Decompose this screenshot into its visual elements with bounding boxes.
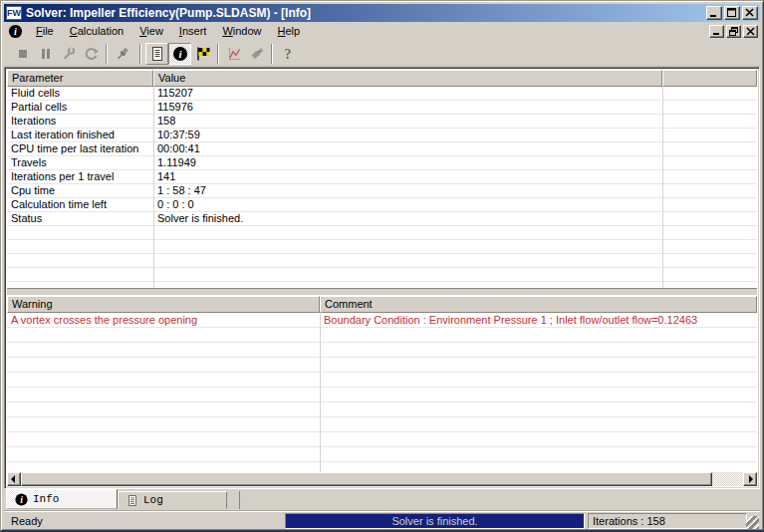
table-row: Last iteration finished 10:37:59 [7, 129, 757, 142]
param-name: Travels [7, 156, 153, 170]
menu-file[interactable]: File [28, 23, 62, 40]
menu-calculation[interactable]: Calculation [62, 23, 131, 40]
refresh-icon [84, 46, 100, 62]
tab-label: Info [33, 493, 59, 505]
warning-text: A vortex crosses the pressure opening [7, 313, 320, 328]
goal-plot-button[interactable] [222, 43, 245, 65]
param-value: 10:37:59 [153, 129, 662, 142]
info-icon[interactable]: i [8, 24, 23, 39]
maximize-button[interactable] [724, 6, 740, 20]
info-icon: i [15, 493, 28, 506]
preview-button[interactable] [245, 43, 268, 65]
window-title: Solver: Impeller Efficiency(Pump.SLDASM)… [26, 6, 311, 20]
param-name: Iterations [7, 115, 153, 129]
minimize-icon [712, 27, 721, 36]
child-close-button[interactable] [743, 25, 758, 38]
minimize-button[interactable] [706, 6, 722, 20]
warnings-table-body: A vortex crosses the pressure opening Bo… [7, 313, 757, 472]
param-name: Status [7, 212, 153, 226]
table-row: Iterations 158 [7, 115, 757, 129]
table-row: A vortex crosses the pressure opening Bo… [7, 313, 757, 328]
refresh-button[interactable] [80, 43, 103, 65]
menu-help[interactable]: Help [270, 23, 309, 40]
parameters-table: Parameter Value Fluid cells 115207 Parti… [7, 70, 757, 288]
param-value: 115976 [153, 101, 662, 115]
param-value: 1.11949 [153, 156, 662, 170]
help-button[interactable]: ? [276, 43, 299, 65]
arrow-left-icon [11, 475, 15, 483]
column-header-value[interactable]: Value [153, 70, 662, 87]
menu-insert[interactable]: Insert [171, 23, 215, 40]
pushpin-icon [115, 46, 130, 62]
param-name: Fluid cells [7, 87, 153, 101]
minimize-icon [709, 8, 719, 18]
title-bar: FW Solver: Impeller Efficiency(Pump.SLDA… [4, 4, 760, 22]
scrollbar-thumb[interactable] [21, 472, 712, 486]
scroll-right-button[interactable] [743, 472, 757, 486]
scroll-left-button[interactable] [7, 472, 21, 486]
pin-button[interactable] [111, 43, 133, 65]
pause-button[interactable] [34, 43, 57, 65]
warning-comment: Boundary Condition : Environment Pressur… [320, 313, 757, 328]
param-name: Calculation time left [7, 198, 153, 212]
param-name: CPU time per last iteration [7, 142, 153, 156]
toolbar-separator [271, 44, 273, 64]
solver-progress-bar: Solver is finished. [285, 513, 585, 529]
takeover-button[interactable] [57, 43, 80, 65]
column-header-warning[interactable]: Warning [7, 296, 320, 313]
goals-button[interactable] [191, 43, 214, 65]
column-divider [662, 87, 663, 288]
stop-button[interactable] [11, 43, 34, 65]
plug-icon [249, 46, 265, 62]
menu-bar: i File Calculation View Insert Window He… [4, 22, 760, 41]
info-view-button[interactable]: i [168, 43, 191, 65]
toolbar-separator [106, 44, 108, 64]
param-value: 115207 [153, 87, 662, 101]
column-divider [153, 87, 154, 288]
param-value: 158 [153, 115, 662, 129]
tab-label: Log [143, 494, 163, 506]
tabstrip-divider [239, 491, 240, 509]
wrench-icon [61, 46, 77, 62]
param-value: 1 : 58 : 47 [153, 184, 662, 198]
param-value: 00:00:41 [153, 142, 662, 156]
table-row: CPU time per last iteration 00:00:41 [7, 142, 757, 156]
info-icon: i [172, 46, 188, 62]
column-divider [320, 313, 321, 472]
scrollbar-track[interactable] [712, 472, 743, 486]
horizontal-scrollbar[interactable] [7, 472, 757, 486]
menu-window[interactable]: Window [214, 23, 269, 40]
table-row: Cpu time 1 : 58 : 47 [7, 184, 757, 198]
toolbar-separator [139, 44, 141, 64]
solver-window: FW Solver: Impeller Efficiency(Pump.SLDA… [0, 0, 764, 532]
checkered-flag-icon [195, 46, 211, 62]
table-row: Status Solver is finished. [7, 212, 757, 226]
table-row: Partial cells 115976 [7, 101, 757, 115]
status-ready-text: Ready [11, 515, 43, 527]
parameters-table-body: Fluid cells 115207 Partial cells 115976 … [7, 87, 757, 288]
close-icon [746, 27, 755, 36]
param-value: Solver is finished. [153, 212, 662, 226]
maximize-icon [727, 8, 737, 18]
column-header-parameter[interactable]: Parameter [7, 70, 153, 87]
close-button[interactable] [742, 6, 758, 20]
warnings-table: Warning Comment A vortex crosses the pre… [7, 296, 757, 472]
tab-log[interactable]: Log [118, 491, 227, 509]
chart-icon [226, 46, 242, 62]
log-list-button[interactable] [145, 43, 168, 65]
menu-view[interactable]: View [131, 23, 171, 40]
column-header-comment[interactable]: Comment [320, 296, 757, 313]
svg-text:i: i [20, 494, 23, 505]
table-row: Calculation time left 0 : 0 : 0 [7, 198, 757, 212]
child-minimize-button[interactable] [709, 25, 724, 38]
param-name: Last iteration finished [7, 129, 153, 142]
pane-splitter[interactable] [7, 288, 757, 296]
arrow-right-icon [749, 475, 753, 483]
param-name: Cpu time [7, 184, 153, 198]
child-restore-button[interactable] [726, 25, 741, 38]
table-row: Iterations per 1 travel 141 [7, 170, 757, 184]
parameters-table-header: Parameter Value [7, 70, 757, 87]
resize-grip[interactable] [746, 516, 759, 529]
svg-text:i: i [14, 26, 17, 37]
tab-info[interactable]: i Info [6, 489, 118, 509]
